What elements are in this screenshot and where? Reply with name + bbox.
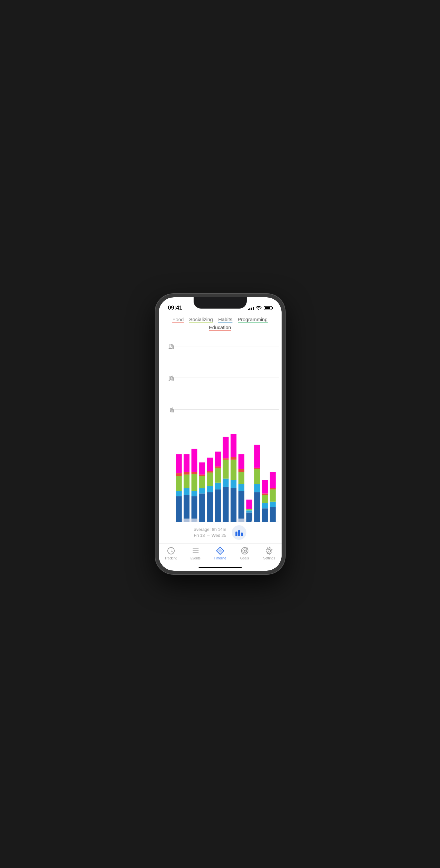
tab-programming[interactable]: Programming: [238, 316, 268, 323]
svg-rect-102: [181, 519, 199, 522]
svg-rect-22: [199, 493, 205, 522]
average-section: average: 8h 14m Fri 13 → Wed 25: [159, 522, 282, 543]
home-indicator: [199, 567, 242, 568]
tab-food[interactable]: Food: [172, 316, 184, 323]
svg-rect-45: [231, 457, 236, 460]
svg-rect-68: [270, 489, 275, 502]
svg-rect-33: [215, 483, 221, 489]
svg-rect-112: [193, 553, 199, 553]
svg-rect-31: [207, 458, 213, 471]
svg-rect-23: [199, 488, 205, 493]
svg-rect-24: [199, 476, 205, 488]
svg-rect-106: [241, 532, 243, 536]
nav-timeline[interactable]: Timeline: [210, 546, 230, 560]
svg-rect-8: [176, 491, 182, 496]
svg-rect-11: [176, 454, 182, 473]
average-range: Fri 13 → Wed 25: [194, 532, 226, 538]
svg-rect-29: [207, 472, 213, 486]
svg-rect-15: [183, 472, 189, 474]
svg-rect-39: [223, 460, 229, 478]
nav-events[interactable]: Events: [186, 546, 206, 560]
svg-rect-7: [176, 496, 182, 522]
svg-rect-66: [270, 507, 275, 522]
svg-rect-58: [254, 469, 260, 484]
clock-icon: [166, 546, 176, 555]
tab-habits[interactable]: Habits: [218, 316, 232, 323]
svg-rect-44: [231, 460, 236, 480]
chart-area: 12h 10h 8h: [162, 333, 279, 522]
svg-rect-56: [254, 492, 260, 522]
status-bar: 09:41: [159, 297, 282, 314]
svg-rect-35: [215, 467, 221, 468]
list-icon: [191, 546, 200, 555]
target-icon: [240, 546, 250, 555]
svg-rect-18: [191, 491, 197, 496]
svg-rect-20: [191, 472, 197, 474]
svg-rect-40: [223, 458, 229, 460]
svg-rect-49: [238, 472, 244, 484]
svg-rect-19: [191, 474, 197, 491]
svg-rect-64: [262, 493, 268, 495]
screen: 09:41 Food Socializing: [159, 297, 282, 571]
svg-rect-43: [231, 480, 236, 488]
svg-rect-59: [254, 468, 260, 469]
svg-rect-52: [246, 512, 252, 522]
average-label: average: 8h 14m: [194, 527, 226, 532]
svg-rect-61: [262, 508, 268, 522]
svg-rect-36: [215, 452, 221, 467]
battery-icon: [264, 306, 272, 310]
svg-rect-13: [183, 488, 189, 495]
svg-rect-26: [199, 463, 205, 475]
diamond-icon: [215, 546, 225, 555]
svg-rect-9: [176, 476, 182, 491]
tab-education[interactable]: Education: [209, 324, 231, 331]
phone-shell: 09:41 Food Socializing: [155, 294, 285, 574]
svg-line-109: [171, 551, 172, 552]
svg-rect-37: [223, 487, 229, 522]
svg-rect-32: [215, 489, 221, 522]
svg-rect-12: [183, 495, 189, 522]
svg-rect-55: [246, 500, 252, 509]
svg-rect-53: [246, 510, 252, 512]
chart-view-toggle[interactable]: [232, 525, 246, 540]
svg-rect-104: [235, 532, 237, 536]
svg-rect-103: [236, 519, 246, 522]
svg-rect-63: [262, 495, 268, 503]
svg-rect-14: [183, 474, 189, 488]
svg-rect-110: [193, 549, 199, 549]
svg-rect-41: [223, 437, 229, 458]
svg-rect-28: [207, 486, 213, 492]
svg-rect-10: [176, 473, 182, 476]
svg-point-117: [244, 550, 245, 552]
svg-rect-65: [262, 480, 268, 494]
nav-settings-label: Settings: [263, 556, 275, 560]
svg-rect-38: [223, 478, 229, 487]
svg-rect-34: [215, 468, 221, 483]
svg-rect-54: [246, 509, 252, 510]
tab-socializing[interactable]: Socializing: [189, 316, 213, 323]
nav-events-label: Events: [190, 556, 201, 560]
status-icons: [248, 306, 272, 310]
svg-rect-25: [199, 474, 205, 476]
nav-tracking[interactable]: Tracking: [161, 546, 181, 560]
svg-rect-51: [238, 454, 244, 469]
svg-rect-42: [231, 488, 236, 522]
svg-rect-17: [191, 496, 197, 522]
svg-rect-16: [183, 454, 189, 472]
average-text: average: 8h 14m Fri 13 → Wed 25: [194, 527, 226, 538]
nav-goals[interactable]: Goals: [235, 546, 255, 560]
svg-rect-46: [231, 434, 236, 457]
wifi-icon: [256, 306, 262, 310]
bottom-nav: Tracking Events: [159, 543, 282, 567]
svg-rect-57: [254, 484, 260, 492]
svg-rect-21: [191, 449, 197, 472]
tabs-row: Food Socializing Habits Programming: [164, 316, 276, 323]
nav-settings[interactable]: Settings: [259, 546, 279, 560]
svg-rect-50: [238, 469, 244, 472]
svg-rect-47: [238, 491, 244, 522]
svg-rect-105: [238, 530, 240, 536]
signal-icon: [248, 306, 254, 310]
svg-text:8h: 8h: [170, 406, 174, 414]
bar-chart: 12h 10h 8h: [162, 333, 279, 522]
chart-container: 12h 10h 8h: [159, 333, 282, 522]
